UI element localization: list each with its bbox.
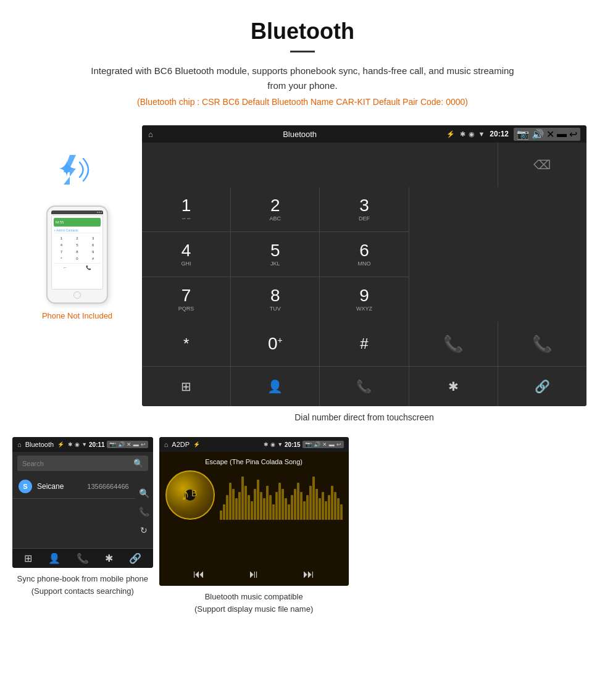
music-title-bar: A2DP [172, 441, 190, 448]
search-icon[interactable]: 🔍 [133, 459, 143, 468]
search-placeholder-text: Search [22, 460, 44, 467]
prev-track-button[interactable]: ⏮ [193, 568, 204, 581]
phonebook-grid-icon[interactable]: ⊞ [24, 552, 32, 564]
bluetooth-waves-icon [52, 150, 96, 190]
camera-icon: 📷 [517, 128, 529, 140]
viz-bar [254, 489, 256, 520]
phone-key-5[interactable]: 5 [70, 242, 85, 248]
dial-key-hash[interactable]: # [320, 322, 408, 366]
call-red-icon: 📞 [532, 335, 552, 354]
music-vol-icon: 🔊 [314, 441, 320, 448]
phonebook-close-icon[interactable]: ✕ [127, 441, 131, 448]
viz-bar [278, 483, 281, 520]
dial-link-button[interactable]: 🔗 [498, 367, 586, 406]
dial-key-2[interactable]: 2 ABC [231, 187, 319, 231]
dial-grid-button[interactable]: ⊞ [142, 367, 230, 406]
music-bt-icon: ✱ [264, 441, 269, 448]
phonebook-search-bar: Search 🔍 [17, 456, 148, 471]
dial-contacts-button[interactable]: 👤 [231, 367, 319, 406]
backspace-button[interactable]: ⌫ [498, 143, 586, 187]
phone-key-2[interactable]: 2 [70, 235, 85, 241]
phone-dot [97, 212, 98, 213]
back-icon[interactable]: ↩ [569, 128, 577, 140]
dial-num-5: 5 [270, 242, 280, 259]
dial-home-icon[interactable]: ⌂ [148, 130, 153, 139]
dial-screen-title: Bluetooth [158, 130, 442, 139]
phonebook-contacts-icon[interactable]: 👤 [48, 552, 60, 564]
viz-bar [337, 498, 340, 520]
music-visualizer [220, 470, 343, 520]
dial-status-right: 📷 🔊 ✕ ▬ ↩ [514, 128, 580, 141]
phonebook-refresh-side-icon[interactable]: ↻ [140, 525, 148, 535]
page-description: Integrated with BC6 Bluetooth module, su… [86, 64, 519, 93]
phone-key-hash[interactable]: # [85, 256, 101, 262]
phonebook-link-icon[interactable]: 🔗 [129, 552, 141, 564]
dial-key-1[interactable]: 1 ∽∽ [142, 187, 230, 231]
dial-letters-7: PQRS [178, 306, 194, 312]
phonebook-back-icon[interactable]: ↩ [141, 441, 146, 448]
phonebook-search-side-icon[interactable]: 🔍 [139, 488, 149, 498]
phone-key-0[interactable]: 0 [70, 256, 85, 262]
play-pause-button[interactable]: ⏯ [248, 568, 259, 581]
call-green-icon: 📞 [443, 335, 463, 354]
phone-key-6[interactable]: 6 [85, 242, 101, 248]
close-icon[interactable]: ✕ [546, 128, 554, 140]
phonebook-bt-bottom-icon[interactable]: ✱ [105, 552, 113, 564]
phone-key-8[interactable]: 8 [70, 249, 85, 255]
grid-icon: ⊞ [181, 379, 191, 394]
signal-status-icon: ▼ [478, 130, 485, 138]
dial-key-star[interactable]: * [142, 322, 230, 366]
viz-bar [226, 495, 228, 520]
dial-letters-4: GHI [182, 260, 191, 267]
next-track-button[interactable]: ⏭ [303, 568, 314, 581]
phone-key-7[interactable]: 7 [54, 249, 69, 255]
call-button[interactable]: 📞 [409, 322, 498, 366]
music-home-icon[interactable]: ⌂ [164, 441, 169, 448]
dial-num-star: * [183, 336, 189, 351]
phonebook-panel-wrapper: ⌂ Bluetooth ⚡ ✱ ◉ ▼ 20:11 📷 🔊 ✕ ▬ ↩ [12, 437, 153, 616]
phone-green-bar: M:55 [54, 218, 101, 227]
bottom-panels: ⌂ Bluetooth ⚡ ✱ ◉ ▼ 20:11 📷 🔊 ✕ ▬ ↩ [0, 431, 605, 628]
viz-bar [251, 501, 253, 520]
end-call-button[interactable]: 📞 [498, 322, 586, 366]
dial-num-6: 6 [359, 242, 369, 259]
phone-key-4[interactable]: 4 [54, 242, 69, 248]
dial-key-4[interactable]: 4 GHI [142, 232, 230, 277]
phonebook-call-side-icon[interactable]: 📞 [139, 507, 149, 517]
dial-key-7[interactable]: 7 PQRS [142, 277, 230, 322]
phone-dot [99, 212, 100, 213]
phone-key-9[interactable]: 9 [85, 249, 101, 255]
phonebook-caption-line1: Sync phone-book from mobile phone [17, 574, 148, 583]
phonebook-time: 20:11 [89, 441, 105, 448]
music-caption-line2: (Support display music file name) [194, 604, 313, 614]
dial-status-bar: ⌂ Bluetooth ⚡ ✱ ◉ ▼ 20:12 📷 🔊 ✕ ▬ ↩ [142, 125, 586, 143]
main-content: ✦ M:55 + Add to C [0, 125, 605, 431]
phone-screen: M:55 + Add to Contacts 1 2 3 4 5 6 7 8 9… [51, 215, 103, 290]
music-back-icon[interactable]: ↩ [336, 441, 341, 448]
contact-row[interactable]: S Seicane 13566664466 [12, 475, 135, 499]
dial-bluetooth-button[interactable]: ✱ [409, 367, 498, 406]
viz-bar [328, 495, 330, 520]
music-win-icon: ▬ [329, 441, 335, 448]
page-header: Bluetooth Integrated with BC6 Bluetooth … [0, 0, 605, 125]
phone-home-button[interactable] [73, 291, 81, 299]
dial-letters-2: ABC [270, 215, 282, 222]
dial-key-0[interactable]: 0+ [231, 322, 319, 366]
dial-key-3[interactable]: 3 DEF [320, 187, 408, 231]
phone-key-1[interactable]: 1 [54, 235, 69, 241]
viz-bar [269, 495, 272, 520]
phone-call-icon: 📞 [86, 265, 91, 270]
dial-key-5[interactable]: 5 JKL [231, 232, 319, 277]
dial-phone-button[interactable]: 📞 [320, 367, 408, 406]
album-art: ♪ B [165, 470, 215, 520]
dial-key-8[interactable]: 8 TUV [231, 277, 319, 322]
dial-key-9[interactable]: 9 WXYZ [320, 277, 408, 322]
phone-key-star[interactable]: * [54, 256, 69, 262]
phonebook-home-icon[interactable]: ⌂ [17, 441, 22, 448]
phone-key-3[interactable]: 3 [85, 235, 101, 241]
music-close-icon[interactable]: ✕ [322, 441, 327, 448]
music-right-icons: 📷 🔊 ✕ ▬ ↩ [302, 441, 344, 448]
dial-key-6[interactable]: 6 MNO [320, 232, 408, 277]
volume-icon: 🔊 [532, 128, 544, 140]
phonebook-phone-icon[interactable]: 📞 [77, 552, 89, 564]
